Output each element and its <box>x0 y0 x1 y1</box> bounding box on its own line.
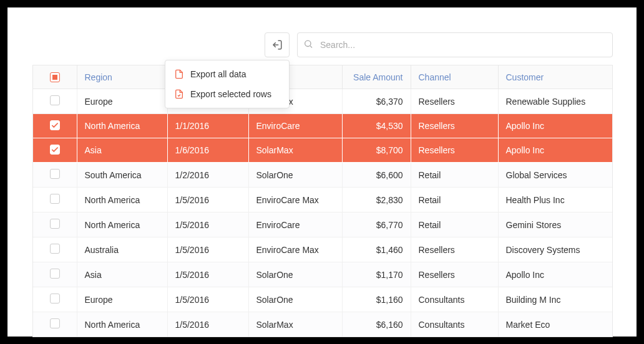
cell-region: Europe <box>77 287 167 312</box>
cell-customer: Global Services <box>498 163 612 188</box>
export-dropdown: Export all data Export selected rows <box>165 60 290 108</box>
header-sale-amount[interactable]: Sale Amount <box>342 65 411 89</box>
cell-product: EnviroCare <box>248 114 342 138</box>
header-region[interactable]: Region <box>77 65 167 89</box>
cell-customer: Gemini Stores <box>498 213 612 237</box>
cell-channel: Retail <box>411 163 498 188</box>
cell-region: Asia <box>77 262 167 287</box>
cell-product: EnviroCare Max <box>248 188 342 213</box>
cell-customer: Discovery Systems <box>498 237 612 262</box>
cell-customer: Apollo Inc <box>498 138 612 163</box>
menu-label: Export all data <box>190 69 246 79</box>
cell-amount: $1,160 <box>342 287 411 312</box>
search-input[interactable] <box>297 32 613 57</box>
cell-amount: $1,170 <box>342 262 411 287</box>
cell-select[interactable] <box>33 237 77 262</box>
cell-region: North America <box>77 213 167 237</box>
cell-select[interactable] <box>33 114 77 138</box>
cell-product: EnviroCare <box>248 213 342 237</box>
checkbox[interactable] <box>50 294 60 303</box>
cell-channel: Retail <box>411 213 498 237</box>
cell-select[interactable] <box>33 262 77 287</box>
cell-channel: Resellers <box>411 262 498 287</box>
header-row: Region Product Sale Amount Channel Custo… <box>33 65 612 89</box>
cell-channel: Consultants <box>411 312 498 337</box>
cell-customer: Building M Inc <box>498 287 612 312</box>
cell-region: South America <box>77 163 167 188</box>
cell-product: SolarOne <box>248 287 342 312</box>
checkbox[interactable] <box>50 219 60 229</box>
cell-region: North America <box>77 188 167 213</box>
table-row[interactable]: North America1/5/2016EnviroCare Max$2,83… <box>33 188 612 213</box>
cell-amount: $8,700 <box>342 138 411 163</box>
cell-channel: Consultants <box>411 287 498 312</box>
cell-select[interactable] <box>33 138 77 163</box>
menu-label: Export selected rows <box>190 89 271 99</box>
checkbox[interactable] <box>50 318 60 328</box>
checkbox[interactable] <box>50 169 60 179</box>
header-customer[interactable]: Customer <box>498 65 612 89</box>
cell-product: SolarOne <box>248 163 342 188</box>
cell-select[interactable] <box>33 188 77 213</box>
cell-amount: $6,160 <box>342 312 411 337</box>
export-icon <box>271 39 283 50</box>
table-row[interactable]: North America1/1/2016EnviroCare$4,530Res… <box>33 114 612 138</box>
checkbox-checked[interactable] <box>50 145 60 155</box>
table-row[interactable]: Australia1/5/2016EnviroCare Max$1,460Res… <box>33 237 612 262</box>
cell-product: SolarMax <box>248 138 342 163</box>
cell-date: 1/5/2016 <box>167 188 248 213</box>
checkbox[interactable] <box>50 95 60 105</box>
cell-channel: Resellers <box>411 114 498 138</box>
cell-amount: $6,370 <box>342 89 411 114</box>
export-button[interactable] <box>265 32 290 57</box>
cell-select[interactable] <box>33 312 77 337</box>
cell-date: 1/5/2016 <box>167 262 248 287</box>
checkbox[interactable] <box>50 269 60 279</box>
cell-date: 1/6/2016 <box>167 138 248 163</box>
table-row[interactable]: South America1/2/2016SolarOne$6,600Retai… <box>33 163 612 188</box>
cell-region: Australia <box>77 237 167 262</box>
menu-export-selected[interactable]: Export selected rows <box>165 84 289 104</box>
table-row[interactable]: Asia1/6/2016SolarMax$8,700ResellersApoll… <box>33 138 612 163</box>
checkbox-checked[interactable] <box>50 120 60 130</box>
cell-amount: $1,460 <box>342 237 411 262</box>
cell-select[interactable] <box>33 213 77 237</box>
cell-amount: $6,770 <box>342 213 411 237</box>
cell-date: 1/5/2016 <box>167 287 248 312</box>
cell-customer: Apollo Inc <box>498 114 612 138</box>
table-row[interactable]: Europe1/5/2016SolarOne$1,160ConsultantsB… <box>33 287 612 312</box>
cell-date: 1/5/2016 <box>167 213 248 237</box>
cell-channel: Resellers <box>411 138 498 163</box>
cell-amount: $6,600 <box>342 163 411 188</box>
cell-date: 1/1/2016 <box>167 114 248 138</box>
cell-amount: $4,530 <box>342 114 411 138</box>
cell-select[interactable] <box>33 287 77 312</box>
cell-select[interactable] <box>33 163 77 188</box>
checkbox-indeterminate[interactable] <box>50 72 60 82</box>
cell-amount: $2,830 <box>342 188 411 213</box>
cell-region: North America <box>77 312 167 337</box>
checkbox[interactable] <box>50 194 60 204</box>
cell-customer: Apollo Inc <box>498 262 612 287</box>
file-check-icon <box>174 89 184 99</box>
cell-date: 1/2/2016 <box>167 163 248 188</box>
table-row[interactable]: North America1/5/2016EnviroCare$6,770Ret… <box>33 213 612 237</box>
file-icon <box>174 69 184 79</box>
header-select-all[interactable] <box>33 65 77 89</box>
header-channel[interactable]: Channel <box>411 65 498 89</box>
cell-channel: Retail <box>411 188 498 213</box>
toolbar: Export all data Export selected rows <box>32 32 613 57</box>
cell-product: SolarMax <box>248 312 342 337</box>
search-box <box>297 32 613 57</box>
cell-region: Europe <box>77 89 167 114</box>
cell-date: 1/5/2016 <box>167 237 248 262</box>
table-row[interactable]: EuropeSolarMax$6,370ResellersRenewable S… <box>33 89 612 114</box>
checkbox[interactable] <box>50 244 60 254</box>
cell-select[interactable] <box>33 89 77 114</box>
table-row[interactable]: Asia1/5/2016SolarOne$1,170ResellersApoll… <box>33 262 612 287</box>
menu-export-all[interactable]: Export all data <box>165 64 289 84</box>
table-row[interactable]: North America1/5/2016SolarMax$6,160Consu… <box>33 312 612 337</box>
cell-product: SolarOne <box>248 262 342 287</box>
cell-customer: Renewable Supplies <box>498 89 612 114</box>
cell-region: North America <box>77 114 167 138</box>
